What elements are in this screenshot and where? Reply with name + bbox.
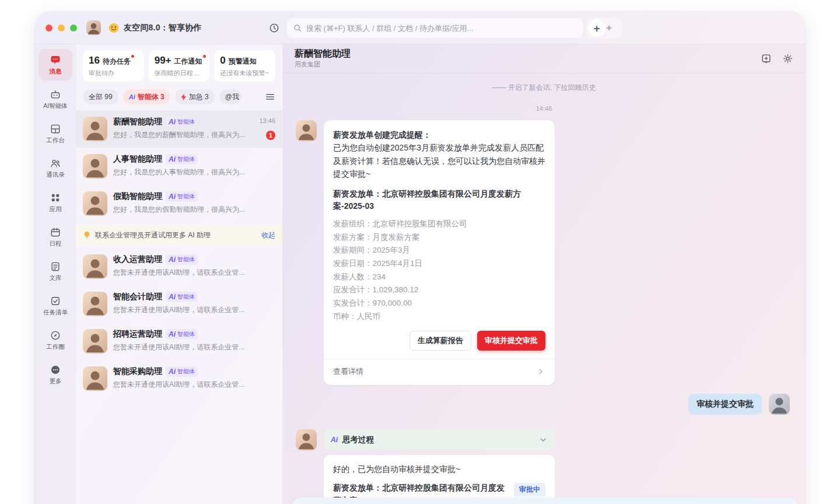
sidebar-item-contacts[interactable]: 通讯录 — [38, 152, 72, 184]
message-title: 薪资发放单创建完成提醒： — [333, 128, 545, 141]
lightning-icon — [181, 93, 187, 101]
plus-icon: + — [593, 23, 600, 34]
session-divider: —— 开启了新会话, 下拉回顾历史 — [296, 74, 805, 93]
chevron-right-icon — [536, 367, 545, 376]
ai-logo-icon: Ai — [169, 293, 176, 301]
ai-message-row: 薪资发放单创建完成提醒： 已为您自动创建2025年3月薪资发放单并完成发薪人员匹… — [296, 120, 805, 385]
chat-list-item[interactable]: 收入运营助理 Ai智能体 您暂未开通使用该AI助理，请联系企业管... — [76, 248, 282, 285]
field-line: 发薪组织：北京研祥控股集团有限公司 — [333, 218, 545, 231]
message-body: 已为您自动创建2025年3月薪资发放单并完成发薪人员匹配及薪资计算！若信息确认无… — [333, 141, 545, 180]
stat-card-todo[interactable]: 16待办任务 审批待办 — [83, 50, 144, 82]
agent-chat-list: 薪酬智能助理 Ai智能体 您好，我是您的薪酬智能助理，很高兴为... 13:46… — [76, 110, 282, 222]
robot-icon — [50, 89, 61, 100]
fade-overlay — [245, 88, 261, 106]
assistant-avatar — [296, 120, 317, 141]
app-window: 友空间8.0：智享协作 + + 消息 AI智能体 — [35, 12, 805, 504]
chat-list-item[interactable]: 智能采购助理 Ai智能体 您暂未开通使用该AI助理，请联系企业管... — [76, 360, 282, 397]
filter-ai-agent[interactable]: Ai 智能体 3 — [123, 89, 170, 104]
thinking-process-toggle[interactable]: Ai 思考过程 — [324, 429, 555, 450]
user-avatar — [769, 394, 790, 415]
stat-card-alerts[interactable]: 0预警通知 还没有未读预警~ — [214, 50, 275, 82]
filter-urgent[interactable]: 加急 3 — [175, 89, 215, 104]
workbench-icon — [50, 123, 61, 135]
minimize-button[interactable] — [58, 24, 65, 32]
chat-list-item[interactable]: 智能会计助理 Ai智能体 您暂未开通使用该AI助理，请联系企业管... — [76, 285, 282, 323]
generate-report-button[interactable]: 生成算薪报告 — [410, 331, 471, 351]
sidebar-item-apps[interactable]: 应用 — [38, 187, 72, 218]
ai-logo-icon: Ai — [169, 118, 176, 126]
ai-agent-badge: Ai智能体 — [166, 154, 198, 164]
ai-logo-icon: Ai — [331, 436, 338, 444]
message-preview: 您好，我是您的人事智能助理，很高兴为... — [113, 167, 275, 177]
unread-badge: 1 — [266, 131, 275, 140]
add-panel-icon[interactable] — [761, 53, 772, 64]
ai-agent-badge: Ai智能体 — [166, 254, 198, 265]
message-preview: 您好，我是您的假勤智能助理，很高兴为... — [113, 205, 275, 215]
chat-list-item[interactable]: 薪酬智能助理 Ai智能体 您好，我是您的薪酬智能助理，很高兴为... 13:46… — [76, 110, 282, 148]
banner-text: 联系企业管理员开通试用更多 AI 助理 — [95, 230, 211, 240]
message-time: 13:46 — [259, 117, 275, 124]
sidebar-item-calendar[interactable]: 日程 — [38, 221, 72, 253]
sidebar-item-tasks[interactable]: 任务清单 — [38, 290, 72, 321]
thinking-body: 好的，已为您自动审核并提交审批~ — [333, 463, 545, 475]
chat-header: 薪酬智能助理 用友集团 — [283, 44, 805, 74]
close-button[interactable] — [46, 24, 52, 32]
history-icon[interactable] — [268, 22, 280, 34]
filter-all[interactable]: 全部 99 — [83, 89, 118, 104]
sidebar-item-more[interactable]: 更多 — [38, 359, 72, 390]
field-line: 发薪期间：2025年3月 — [333, 244, 545, 257]
titlebar: 友空间8.0：智享协作 + + — [35, 12, 805, 44]
status-badge: 审批中 — [514, 483, 545, 496]
plus-ghost-icon: + — [606, 22, 612, 34]
gear-icon[interactable] — [782, 53, 793, 64]
payroll-doc-title: 薪资发放单：北京研祥控股集团有限公司月度发薪方案-2025-03 — [333, 188, 545, 213]
message-preview: 您暂未开通使用该AI助理，请联系企业管... — [113, 268, 275, 278]
agent-avatar — [83, 117, 107, 141]
filter-mention[interactable]: @我 — [219, 89, 242, 104]
agent-avatar — [83, 366, 107, 391]
ai-logo-icon: Ai — [169, 330, 176, 338]
thinking-label: 思考过程 — [342, 435, 374, 445]
agent-name: 薪酬智能助理 — [113, 117, 162, 127]
trial-banner: 联系企业管理员开通试用更多 AI 助理 收起 — [76, 226, 282, 244]
calendar-icon — [50, 226, 61, 238]
checklist-icon — [50, 295, 61, 307]
chat-list-panel: 16待办任务 审批待办 99+工作通知 张雨晴的日程即... 0预警通知 还没有… — [76, 44, 283, 504]
ai-agent-badge: Ai智能体 — [166, 191, 198, 202]
zoom-button[interactable] — [70, 24, 77, 32]
document-icon — [50, 261, 61, 272]
new-chat-button[interactable]: + + — [586, 18, 622, 38]
sidebar-item-workcircle[interactable]: 工作圈 — [38, 324, 72, 356]
compass-icon — [50, 330, 61, 341]
sidebar-item-library[interactable]: 文库 — [38, 256, 72, 287]
field-line: 币种：人民币 — [333, 310, 545, 324]
agent-avatar — [83, 292, 107, 316]
ai-thinking-row: Ai 思考过程 好的，已为您自动审核并提交审批~ 薪资发放单：北京研祥控股集团有… — [296, 429, 805, 504]
agent-name: 人事智能助理 — [113, 154, 162, 164]
chat-list-item[interactable]: 假勤智能助理 Ai智能体 您好，我是您的假勤智能助理，很高兴为... — [76, 185, 282, 222]
message-composer[interactable] — [292, 498, 798, 504]
message-preview: 您暂未开通使用该AI助理，请联系企业管... — [113, 380, 275, 390]
user-avatar[interactable] — [86, 20, 101, 35]
collapse-link[interactable]: 收起 — [261, 230, 275, 240]
sidebar-item-ai-agents[interactable]: AI智能体 — [38, 83, 72, 115]
agent-avatar — [83, 154, 107, 178]
chat-list-item[interactable]: 招聘运营助理 Ai智能体 您暂未开通使用该AI助理，请联系企业管... — [76, 323, 282, 360]
search-icon — [293, 23, 302, 33]
sidebar-item-workbench[interactable]: 工作台 — [38, 118, 72, 149]
lightbulb-icon — [83, 231, 91, 239]
chat-title: 薪酬智能助理 — [295, 48, 351, 59]
search-input[interactable] — [306, 24, 578, 33]
view-details-link[interactable]: 查看详情 — [324, 359, 555, 377]
agent-name: 智能会计助理 — [113, 292, 162, 302]
approve-submit-button[interactable]: 审核并提交审批 — [477, 331, 545, 351]
chat-list-item[interactable]: 人事智能助理 Ai智能体 您好，我是您的人事智能助理，很高兴为... — [76, 148, 282, 185]
ai-agent-badge: Ai智能体 — [166, 117, 198, 127]
ai-logo-icon: Ai — [169, 155, 176, 163]
agent-name: 招聘运营助理 — [113, 329, 162, 340]
sidebar-item-messages[interactable]: 消息 — [38, 49, 72, 80]
list-menu-icon[interactable] — [265, 92, 275, 102]
stat-card-notifications[interactable]: 99+工作通知 张雨晴的日程即... — [149, 50, 210, 82]
agent-avatar — [83, 191, 107, 216]
timestamp: 14:46 — [296, 105, 805, 112]
